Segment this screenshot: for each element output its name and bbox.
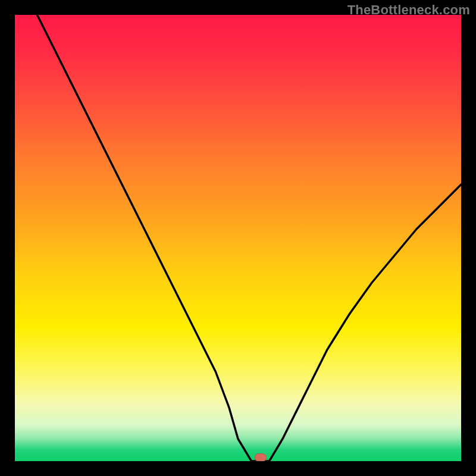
bottleneck-curve: [15, 15, 461, 461]
optimum-marker: [255, 453, 267, 461]
chart-frame: TheBottleneck.com: [0, 0, 476, 476]
plot-area: [15, 15, 461, 461]
curve-path: [37, 15, 462, 461]
attribution-label: TheBottleneck.com: [347, 2, 470, 18]
